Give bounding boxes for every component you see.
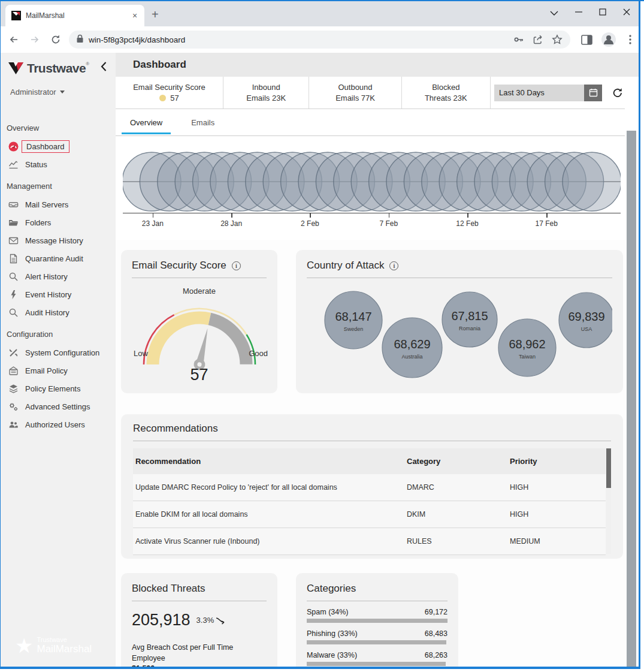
info-icon[interactable]: i	[232, 261, 241, 270]
info-icon[interactable]: i	[389, 261, 398, 270]
country-bubble-australia[interactable]: 68,629Australia	[382, 318, 442, 378]
blocked-threats-card: Blocked Threats 205,918 3.3% Avg Breach …	[121, 573, 277, 667]
category-value: 68,483	[425, 629, 448, 638]
minimize-icon[interactable]	[575, 8, 582, 17]
sidebar-item-label: Quarantine Audit	[25, 254, 83, 263]
sidebar-item-message-history[interactable]: Message History	[1, 231, 116, 249]
table-row[interactable]: Enable DKIM for all local domainsDKIMHIG…	[133, 501, 606, 528]
gauge-label-low: Low	[134, 349, 148, 358]
profile-avatar-icon[interactable]	[600, 31, 617, 48]
table-row[interactable]: Update DMARC Record Policy to 'reject' f…	[133, 474, 606, 501]
user-menu[interactable]: Administrator	[10, 88, 65, 97]
column-header-recommendation: Recommendation	[133, 457, 404, 466]
sidebar-item-dashboard[interactable]: Dashboard	[1, 137, 116, 155]
page-title: Dashboard	[133, 59, 186, 71]
sidebar-item-authorized-users[interactable]: Authorized Users	[1, 415, 116, 433]
timeline-bubble[interactable]	[563, 152, 621, 211]
axis-tick	[310, 213, 311, 218]
table-header-row: RecommendationCategoryPriority	[133, 448, 606, 474]
stat-blocked: BlockedThreats 23K	[402, 77, 491, 109]
sidebar-item-status[interactable]: Status	[1, 155, 116, 173]
page-scrollbar-thumb[interactable]	[627, 131, 636, 667]
country-of-attack-card: Country of Attack i 68,147Sweden68,629Au…	[296, 250, 623, 393]
table-scrollbar-thumb[interactable]	[606, 448, 611, 488]
trustwave-pinwheel-icon	[8, 60, 24, 76]
bubble-country: Sweden	[344, 326, 364, 332]
main-panel: Dashboard Email Security Score57InboundE…	[116, 53, 625, 667]
divider	[307, 601, 448, 601]
cell-recommendation: Activate Virus Scanner rule (Inbound)	[133, 537, 404, 546]
country-bubble-chart[interactable]: 68,147Sweden68,629Australia67,815Romania…	[307, 282, 612, 391]
sidebar-item-folders[interactable]: Folders	[1, 213, 116, 231]
sidebar-item-advanced-settings[interactable]: Advanced Settings	[1, 397, 116, 415]
window-chevron-icon[interactable]	[550, 8, 558, 17]
country-bubble-sweden[interactable]: 68,147Sweden	[325, 291, 382, 349]
axis-label: 12 Feb	[456, 219, 478, 228]
share-icon[interactable]	[531, 32, 545, 47]
key-icon[interactable]	[512, 32, 526, 47]
bubble-value: 68,629	[394, 337, 430, 351]
tab-close-icon[interactable]: ×	[130, 11, 140, 20]
brand-name: Trustwave®	[27, 61, 89, 76]
url-text[interactable]: win-5f8g3pct4jk/dashboard	[89, 35, 507, 44]
forward-icon[interactable]	[26, 31, 43, 48]
menu-kebab-icon[interactable]	[622, 31, 639, 48]
sidebar-item-email-policy[interactable]: Email Policy	[1, 361, 116, 379]
sidebar-item-label: Alert History	[25, 272, 68, 281]
date-range-select[interactable]: Last 30 Days	[494, 85, 602, 101]
sidebar-item-label: Audit History	[25, 308, 69, 317]
tab-emails[interactable]: Emails	[177, 109, 229, 135]
category-label: Spam (34%)	[307, 608, 348, 616]
gauge-svg	[133, 300, 266, 372]
calendar-icon[interactable]	[584, 85, 602, 101]
divider	[133, 441, 611, 441]
stat-inbound: InboundEmails 23K	[223, 77, 309, 109]
category-bar	[307, 640, 446, 644]
cell-recommendation: Enable DKIM for all local domains	[133, 510, 404, 519]
back-icon[interactable]	[5, 31, 22, 48]
category-label: Malware (33%)	[307, 651, 357, 659]
sidebar-item-event-history[interactable]: Event History	[1, 285, 116, 303]
url-bar[interactable]: win-5f8g3pct4jk/dashboard	[69, 31, 570, 49]
browser-tab[interactable]: MailMarshal ×	[5, 5, 144, 26]
country-bubble-taiwan[interactable]: 68,962Taiwan	[498, 319, 556, 376]
status-chart-icon	[8, 159, 19, 170]
sidebar-item-audit-history[interactable]: Audit History	[1, 303, 116, 321]
recommendations-card: Recommendations RecommendationCategoryPr…	[121, 414, 623, 559]
cell-category: RULES	[404, 537, 507, 546]
envelope-icon	[8, 236, 19, 246]
refresh-icon[interactable]	[610, 86, 625, 100]
score-gauge: Moderate Low Good 57	[132, 278, 267, 390]
sidebar-collapse-icon[interactable]	[100, 61, 107, 74]
country-bubble-romania[interactable]: 67,815Romania	[442, 292, 497, 347]
country-bubble-usa[interactable]: 69,839USA	[559, 293, 612, 348]
column-header-category: Category	[404, 457, 507, 466]
document-icon	[8, 254, 19, 264]
table-scrollbar[interactable]	[606, 448, 611, 554]
gears-icon	[8, 402, 19, 412]
bubble-country: Australia	[401, 354, 422, 360]
timeline-bubbles[interactable]	[123, 144, 621, 212]
close-icon[interactable]	[623, 8, 630, 17]
nav-section-label: Overview	[1, 115, 116, 137]
blocked-threats-change: 3.3%	[196, 616, 228, 625]
sidebar-item-alert-history[interactable]: Alert History	[1, 267, 116, 285]
reload-icon[interactable]	[48, 31, 64, 48]
sidebar-item-quarantine-audit[interactable]: Quarantine Audit	[1, 249, 116, 267]
tab-overview[interactable]: Overview	[116, 109, 177, 135]
new-tab-button[interactable]: +	[152, 8, 159, 20]
caret-down-icon	[60, 91, 65, 94]
sidebar-item-mail-servers[interactable]: Mail Servers	[1, 195, 116, 213]
cell-priority: MEDIUM	[507, 537, 606, 546]
blocked-threats-value: 205,918	[132, 611, 191, 629]
browser-toolbar: win-5f8g3pct4jk/dashboard	[1, 26, 639, 53]
score-card-title: Email Security Score	[132, 260, 226, 272]
table-row[interactable]: Activate Virus Scanner rule (Inbound)RUL…	[133, 528, 606, 555]
bubble-country: Romania	[459, 326, 480, 332]
maximize-icon[interactable]	[599, 8, 606, 17]
bookmark-star-icon[interactable]	[550, 32, 564, 47]
divider	[132, 601, 267, 601]
sidebar-item-system-configuration[interactable]: System Configuration	[1, 343, 116, 361]
sidebar-item-policy-elements[interactable]: Policy Elements	[1, 379, 116, 397]
side-panel-icon[interactable]	[579, 31, 595, 48]
